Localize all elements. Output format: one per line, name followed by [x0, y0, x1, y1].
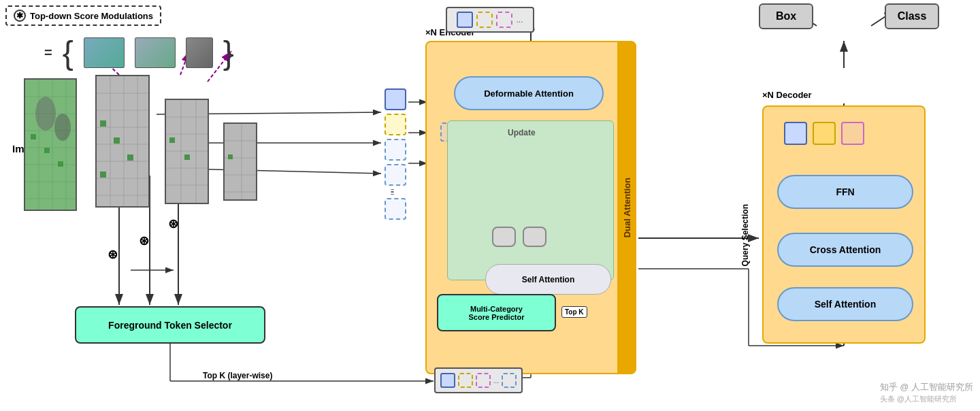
bot-tok-2 — [458, 373, 473, 388]
update-label: Update — [508, 128, 536, 137]
thumbnail-3 — [186, 37, 213, 68]
dec-tok-3 — [841, 122, 864, 145]
decoder-cross-label: Cross Attention — [810, 244, 881, 255]
svg-rect-89 — [228, 154, 233, 159]
fm-small-visual — [225, 124, 257, 201]
thumbnail-1 — [84, 37, 125, 68]
svg-rect-71 — [127, 154, 133, 161]
decoder-self-attention-box: Self Attention — [777, 287, 913, 321]
svg-line-10 — [184, 169, 381, 174]
token-2 — [385, 114, 406, 135]
out-tok-1 — [457, 12, 473, 28]
decoder-block: FFN Cross Attention Self Attention — [762, 105, 926, 344]
feature-map-medium — [165, 99, 209, 204]
fts-label: Foreground Token Selector — [108, 320, 232, 331]
image-visual — [25, 80, 77, 211]
dual-attention-label: Dual Attention — [622, 178, 632, 237]
thumbnails-row: = { } — [44, 37, 234, 68]
svg-point-57 — [54, 114, 71, 141]
thumbnail-2 — [135, 37, 176, 68]
svg-text:⊛: ⊛ — [168, 217, 178, 231]
bottom-token-row: ... — [434, 367, 523, 393]
encoder-block: Dual Attention Deformable Attention ... … — [425, 41, 636, 374]
box-output: Box — [759, 3, 813, 29]
decoder-self-label: Self Attention — [815, 299, 876, 310]
box-label: Box — [776, 10, 796, 22]
bottom-token-container: ... — [434, 367, 523, 393]
bot-tok-4 — [502, 373, 517, 388]
svg-rect-55 — [58, 161, 63, 167]
svg-rect-53 — [31, 134, 36, 139]
svg-rect-82 — [184, 154, 190, 160]
svg-rect-70 — [114, 137, 120, 144]
bot-tok-1 — [440, 373, 455, 388]
dec-tok-1 — [784, 122, 807, 145]
bot-tok-3 — [476, 373, 491, 388]
bot-dots: ... — [493, 377, 499, 384]
feature-map-large — [95, 75, 150, 208]
svg-point-56 — [35, 97, 56, 131]
token-1 — [385, 88, 406, 110]
decoder-cross-attention-box: Cross Attention — [777, 233, 913, 267]
decoder-n-label: ×N Decoder — [762, 90, 812, 100]
svg-text:⊛: ⊛ — [108, 248, 118, 261]
token-4 — [385, 164, 406, 186]
svg-rect-73 — [166, 100, 209, 204]
token-3 — [385, 139, 406, 161]
class-label: Class — [898, 10, 927, 22]
decoder-ffn-box: FFN — [777, 175, 913, 209]
inner-green-block: Update Self Attention — [447, 120, 614, 280]
svg-rect-69 — [100, 120, 106, 127]
decoder-ffn-label: FFN — [836, 186, 854, 197]
feature-map-small — [223, 122, 257, 201]
equals-sign: = — [44, 45, 52, 61]
token-5 — [385, 198, 406, 220]
svg-rect-72 — [100, 171, 106, 178]
small-token-a — [492, 227, 516, 247]
svg-rect-54 — [44, 148, 50, 153]
deformable-attention-label: Deformable Attention — [484, 88, 574, 99]
watermark: 知乎 @ 人工智能研究所 头条 @人工智能研究所 — [880, 381, 973, 404]
svg-rect-58 — [97, 76, 150, 208]
out-tok-2 — [476, 12, 493, 28]
fm-large-visual — [97, 76, 150, 208]
decoder-top-tokens — [784, 122, 864, 145]
multi-cat-label: Multi-Category Score Predictor — [469, 305, 525, 321]
token-col-left — [385, 88, 406, 220]
self-attention-inner-box: Self Attention — [485, 264, 611, 295]
dec-tok-2 — [813, 122, 836, 145]
watermark-text: 知乎 @ 人工智能研究所 — [880, 382, 973, 392]
watermark-sub: 头条 @人工智能研究所 — [880, 395, 957, 403]
top-down-label: ✱ Top-down Score Modulations — [5, 5, 161, 26]
small-token-b — [523, 227, 546, 247]
self-attention-inner-label: Self Attention — [522, 275, 575, 284]
asterisk-icon: ✱ — [14, 10, 26, 22]
class-output: Class — [885, 3, 939, 29]
fm-med-visual — [166, 100, 209, 204]
top-k-label: Top K — [561, 306, 587, 318]
out-dots: ... — [516, 15, 523, 24]
top-output-tokens: ... — [446, 7, 534, 33]
out-tok-3 — [496, 12, 512, 28]
svg-text:⊛: ⊛ — [139, 234, 149, 248]
main-image — [24, 78, 77, 211]
small-token-pair — [492, 227, 546, 247]
svg-rect-81 — [169, 137, 175, 143]
open-brace: { — [63, 37, 74, 68]
output-token-container: ... — [446, 7, 534, 33]
dual-attention-tab: Dual Attention — [617, 42, 636, 373]
query-selection-label: Query Selection — [740, 204, 750, 266]
close-brace: } — [223, 37, 234, 68]
top-k-layerwise-label: Top K (layer-wise) — [203, 371, 272, 380]
svg-rect-83 — [225, 124, 257, 201]
foreground-token-selector: Foreground Token Selector — [75, 306, 265, 344]
top-down-text: Top-down Score Modulations — [30, 11, 153, 21]
multi-category-box: Multi-Category Score Predictor — [437, 294, 556, 331]
dots-v — [391, 189, 400, 195]
diagram-container: ⊛ ⊛ ⊛ — [0, 0, 980, 411]
deformable-attention-box: Deformable Attention — [454, 76, 604, 110]
